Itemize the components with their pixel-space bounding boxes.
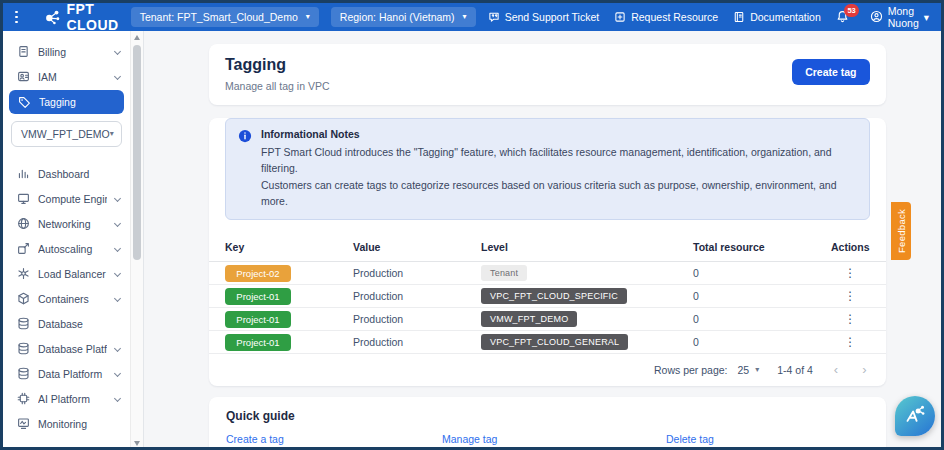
sidebar-item-containers[interactable]: Containers (3, 286, 130, 311)
sidebar-item-autoscaling[interactable]: Autoscaling (3, 236, 130, 261)
autoscale-icon (16, 242, 30, 256)
user-avatar-icon (870, 10, 883, 25)
topbar-link-label: Send Support Ticket (505, 11, 600, 23)
sidebar-item-label: AI Platform (38, 393, 107, 405)
quick-guide-item: Delete tagDelete unnecessary tag (666, 433, 869, 450)
sidebar-scrollbar[interactable] (130, 31, 143, 450)
scroll-up-icon[interactable] (134, 35, 140, 40)
network-icon (16, 217, 30, 231)
sidebar-item-database-platform[interactable]: Database Platform (3, 336, 130, 361)
menu-icon[interactable] (13, 8, 20, 26)
value-cell: Production (353, 267, 481, 279)
tenant-selector[interactable]: Tenant: FPT_Smart_Cloud_Demo ▾ (131, 7, 319, 27)
sidebar-item-label: Load Balancer (38, 268, 107, 280)
key-badge: Project-01 (225, 288, 291, 305)
info-note-line: Customers can create tags to categorize … (261, 177, 857, 210)
chevron-down-icon: ▾ (463, 13, 467, 21)
sidebar-item-tagging[interactable]: Tagging (9, 90, 124, 114)
rows-per-page-select[interactable]: 25 ▾ (738, 364, 760, 376)
dashboard-icon (16, 167, 30, 181)
row-actions-menu-icon[interactable]: ⋮ (831, 335, 870, 349)
containers-icon (16, 292, 30, 306)
sidebar-item-compute-engine[interactable]: Compute Engine (3, 186, 130, 211)
user-menu[interactable]: Mong Nuong ▾ (870, 5, 929, 29)
sidebar-item-label: Compute Engine (38, 193, 107, 205)
level-badge: VPC_FPT_CLOUD_GENERAL (481, 334, 628, 350)
sidebar-item-label: Database Platform (38, 343, 107, 355)
sidebar-item-dashboard[interactable]: Dashboard (3, 161, 130, 186)
total-resource-cell: 0 (693, 336, 831, 348)
pagination: Rows per page: 25 ▾ 1-4 of 4 ‹ › (209, 354, 886, 386)
next-page-icon[interactable]: › (859, 362, 869, 377)
sidebar: BillingIAMTaggingVMW_FPT_DEMO▾DashboardC… (3, 31, 144, 450)
sidebar-item-ai-platform[interactable]: AI Platform (3, 386, 130, 411)
quick-guide-link-manage-tag[interactable]: Manage tag (442, 433, 666, 445)
level-badge: VPC_FPT_CLOUD_SPECIFIC (481, 288, 627, 304)
sidebar-item-label: Containers (38, 293, 107, 305)
quick-guide-title: Quick guide (209, 409, 886, 433)
ai-assistant-button[interactable] (895, 396, 935, 436)
table-header-row: Key Value Level Total resource Actions (209, 232, 886, 262)
topbar-link-label: Documentation (750, 11, 821, 23)
row-actions-menu-icon[interactable]: ⋮ (831, 289, 870, 303)
database-icon (16, 317, 30, 331)
scroll-down-icon[interactable] (134, 441, 140, 446)
sidebar-item-monitoring[interactable]: Monitoring (3, 411, 130, 436)
monitoring-icon (16, 417, 30, 431)
table-row: Project-02ProductionTenant0⋮ (209, 262, 886, 285)
sidebar-item-label: Database (38, 318, 122, 330)
iam-icon (16, 70, 30, 84)
brand-name: FPT CLOUD (66, 1, 118, 33)
vpc-selector[interactable]: VMW_FPT_DEMO▾ (11, 121, 122, 147)
table-row: Project-01ProductionVPC_FPT_CLOUD_SPECIF… (209, 285, 886, 308)
info-note-title: Informational Notes (261, 128, 857, 140)
notification-count-badge: 53 (844, 4, 858, 17)
ai-icon (16, 392, 30, 406)
chevron-down-icon (114, 295, 121, 302)
billing-icon (16, 45, 30, 59)
notifications-button[interactable]: 53 (836, 10, 849, 25)
table-row: Project-01ProductionVMW_FPT_DEMO0⋮ (209, 308, 886, 331)
topbar-link-send-support-ticket[interactable]: Send Support Ticket (488, 11, 600, 23)
chevron-down-icon: ▾ (755, 366, 759, 374)
sidebar-item-iam[interactable]: IAM (3, 64, 130, 89)
sidebar-item-networking[interactable]: Networking (3, 211, 130, 236)
total-resource-cell: 0 (693, 313, 831, 325)
topbar-right: Send Support TicketRequest ResourceDocum… (488, 5, 929, 29)
prev-page-icon[interactable]: ‹ (831, 362, 841, 377)
topbar-link-documentation[interactable]: Documentation (733, 11, 821, 23)
quick-guide-link-delete-tag[interactable]: Delete tag (666, 433, 869, 445)
rows-per-page-value: 25 (738, 364, 750, 376)
create-tag-button[interactable]: Create tag (792, 59, 869, 85)
page-title: Tagging (225, 56, 329, 74)
sidebar-item-data-platform[interactable]: Data Platform (3, 361, 130, 386)
chat-icon (488, 11, 500, 23)
ai-bot-icon (905, 404, 925, 428)
sidebar-item-label: Tagging (39, 96, 116, 108)
feedback-tab[interactable]: Feedback (891, 202, 911, 260)
sidebar-item-database[interactable]: Database (3, 311, 130, 336)
sidebar-item-label: Data Platform (38, 368, 107, 380)
request-icon (614, 11, 626, 23)
scrollbar-thumb[interactable] (133, 45, 141, 260)
row-actions-menu-icon[interactable]: ⋮ (831, 312, 870, 326)
row-actions-menu-icon[interactable]: ⋮ (831, 266, 870, 280)
sidebar-item-load-balancer[interactable]: Load Balancer (3, 261, 130, 286)
chevron-down-icon: ▾ (924, 11, 929, 23)
topbar-link-request-resource[interactable]: Request Resource (614, 11, 718, 23)
main-content: Tagging Manage all tag in VPC Create tag… (144, 31, 944, 450)
quick-guide-link-create-a-tag[interactable]: Create a tag (226, 433, 442, 445)
chevron-down-icon: ▾ (110, 130, 114, 138)
chevron-down-icon (114, 73, 121, 80)
vpc-selector-value: VMW_FPT_DEMO (21, 128, 110, 140)
rows-per-page-label: Rows per page: (654, 364, 728, 376)
key-badge: Project-02 (225, 265, 291, 282)
total-resource-cell: 0 (693, 290, 831, 302)
region-selector[interactable]: Region: Hanoi (Vietnam) ▾ (331, 7, 476, 27)
brand-logo[interactable]: FPT CLOUD (44, 1, 118, 33)
column-header-value: Value (353, 241, 481, 253)
region-label: Region: Hanoi (Vietnam) (340, 11, 455, 23)
sidebar-item-billing[interactable]: Billing (3, 39, 130, 64)
column-header-key: Key (225, 241, 353, 253)
pagination-range: 1-4 of 4 (777, 364, 813, 376)
